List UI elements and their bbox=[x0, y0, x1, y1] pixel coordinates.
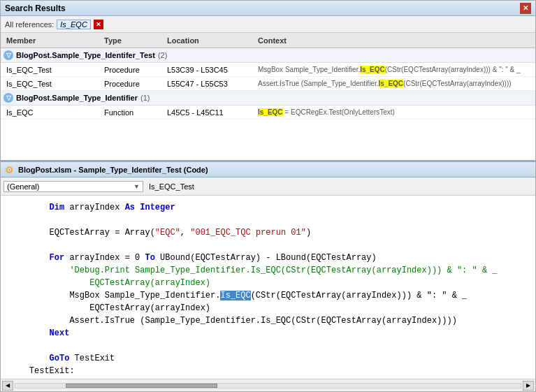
context-cell-2-1: Is_EQC = EQCRegEx.Test(OnlyLettersText) bbox=[255, 108, 533, 117]
code-editor[interactable]: Dim arrayIndex As Integer EQCTestArray =… bbox=[1, 196, 535, 379]
search-panel-titlebar: Search Results ✕ bbox=[1, 1, 535, 16]
filter-bar: All references: Is_EQC ✕ bbox=[1, 16, 535, 33]
scroll-track[interactable] bbox=[15, 383, 521, 389]
close-search-button[interactable]: ✕ bbox=[520, 3, 531, 14]
horizontal-scrollbar[interactable]: ◀ ▶ bbox=[1, 379, 535, 391]
group-header-1[interactable]: ▽ BlogPost.Sample_Type_Identifer_Test (2… bbox=[1, 48, 535, 63]
code-line-11: Next bbox=[9, 327, 527, 340]
code-line-13: GoTo TestExit bbox=[9, 352, 527, 365]
type-cell-1-1: Procedure bbox=[101, 65, 164, 75]
group-count-1: (2) bbox=[158, 51, 167, 59]
code-line-7: EQCTestArray(arrayIndex) bbox=[9, 277, 527, 289]
results-area[interactable]: ▽ BlogPost.Sample_Type_Identifer_Test (2… bbox=[1, 48, 535, 160]
column-headers: Member Type Location Context bbox=[1, 33, 535, 48]
code-line-12 bbox=[9, 340, 527, 352]
group-name-2: BlogPost.Sample_Type_Identifier bbox=[16, 94, 138, 102]
col-header-location: Location bbox=[164, 34, 255, 46]
result-row-2-1[interactable]: Is_EQC Function L45C5 - L45C11 Is_EQC = … bbox=[1, 106, 535, 119]
search-panel-title: Search Results bbox=[5, 3, 66, 13]
search-results-panel: Search Results ✕ All references: Is_EQC … bbox=[0, 0, 536, 161]
code-icon: ⚙ bbox=[5, 164, 14, 175]
scroll-thumb[interactable] bbox=[66, 384, 217, 388]
member-cell-1-2: Is_EQC_Test bbox=[3, 79, 101, 89]
function-name-display: Is_EQC_Test bbox=[149, 182, 194, 191]
code-line-5: For arrayIndex = 0 To UBound(EQCTestArra… bbox=[9, 252, 527, 264]
code-panel-titlebar: ⚙ BlogPost.xlsm - Sample_Type_Identifer_… bbox=[1, 162, 535, 177]
collapse-icon-2: ▽ bbox=[3, 93, 13, 103]
group-count-2: (1) bbox=[140, 94, 150, 102]
filter-tag: Is_EQC bbox=[57, 20, 91, 29]
code-panel: ⚙ BlogPost.xlsm - Sample_Type_Identifer_… bbox=[0, 161, 536, 392]
dropdown-value: (General) bbox=[7, 182, 39, 191]
code-line-9: EQCTestArray(arrayIndex) bbox=[9, 302, 527, 314]
location-cell-2-1: L45C5 - L45C11 bbox=[164, 108, 255, 117]
scroll-right-button[interactable]: ▶ bbox=[523, 381, 534, 391]
col-header-type: Type bbox=[101, 34, 164, 46]
context-cell-1-2: Assert.IsTrue (Sample_Type_Identifier.Is… bbox=[255, 79, 533, 88]
col-header-member: Member bbox=[3, 34, 101, 46]
clear-filter-button[interactable]: ✕ bbox=[94, 20, 103, 29]
member-cell-2-1: Is_EQC bbox=[3, 108, 101, 117]
col-header-context: Context bbox=[255, 34, 533, 46]
group-name-1: BlogPost.Sample_Type_Identifer_Test bbox=[16, 51, 155, 59]
result-row-1-1[interactable]: Is_EQC_Test Procedure L53C39 - L53C45 Ms… bbox=[1, 63, 535, 77]
filter-label: All references: bbox=[5, 20, 54, 29]
code-line-14: TestExit: bbox=[9, 365, 527, 377]
code-line-8: MsgBox Sample_Type_Identifier.Is_EQC(CSt… bbox=[9, 289, 527, 302]
location-cell-1-1: L53C39 - L53C45 bbox=[164, 65, 255, 75]
code-line-2 bbox=[9, 214, 527, 226]
member-cell-1-1: Is_EQC_Test bbox=[3, 65, 101, 75]
code-line-4 bbox=[9, 239, 527, 252]
code-line-6: 'Debug.Print Sample_Type_Identifier.Is_E… bbox=[9, 264, 527, 277]
scroll-left-button[interactable]: ◀ bbox=[2, 381, 13, 391]
context-cell-1-1: MsgBox Sample_Type_Identifier.Is_EQC(CSt… bbox=[255, 65, 533, 74]
type-cell-2-1: Function bbox=[101, 108, 164, 117]
location-cell-1-2: L55C47 - L55C53 bbox=[164, 79, 255, 89]
collapse-icon-1: ▽ bbox=[3, 50, 13, 60]
type-cell-1-2: Procedure bbox=[101, 79, 164, 89]
group-header-2[interactable]: ▽ BlogPost.Sample_Type_Identifier (1) bbox=[1, 91, 535, 106]
dropdown-arrow-icon: ▼ bbox=[133, 183, 140, 190]
code-line-10: Assert.IsTrue (Sample_Type_Identifier.Is… bbox=[9, 314, 527, 327]
result-row-1-2[interactable]: Is_EQC_Test Procedure L55C47 - L55C53 As… bbox=[1, 77, 535, 91]
code-line-3: EQCTestArray = Array("EQC", "001_EQC_TQC… bbox=[9, 226, 527, 239]
general-dropdown[interactable]: (General) ▼ bbox=[3, 181, 143, 192]
code-toolbar: (General) ▼ Is_EQC_Test bbox=[1, 177, 535, 196]
code-line-1: Dim arrayIndex As Integer bbox=[9, 201, 527, 214]
code-panel-title: BlogPost.xlsm - Sample_Type_Identifer_Te… bbox=[18, 166, 208, 174]
